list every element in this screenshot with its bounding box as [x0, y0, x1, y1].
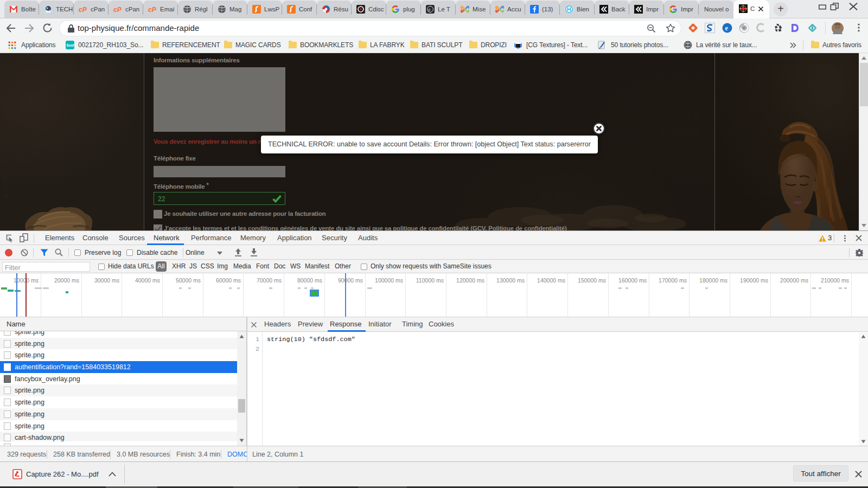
svg-text:cP: cP: [113, 6, 122, 14]
svg-text:e: e: [725, 24, 729, 32]
svg-text:Sosh: Sosh: [66, 43, 74, 47]
svg-text:cP: cP: [148, 6, 157, 14]
svg-text:cP: cP: [79, 6, 87, 14]
svg-text:ρ: ρ: [429, 7, 431, 12]
